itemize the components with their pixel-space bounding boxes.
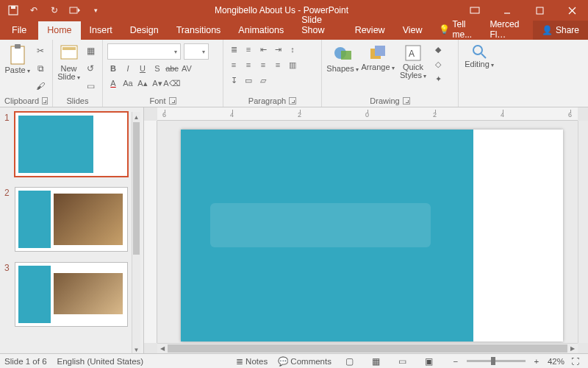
zoom-value[interactable]: 42% bbox=[548, 357, 564, 366]
shape-effects-icon[interactable]: ✦ bbox=[432, 73, 444, 85]
clear-format-icon[interactable]: A⌫ bbox=[166, 77, 178, 89]
grow-font-icon[interactable]: A▴ bbox=[137, 77, 148, 89]
horizontal-ruler: 6420246 bbox=[157, 107, 578, 121]
hscroll-thumb[interactable] bbox=[168, 344, 567, 353]
italic-button[interactable]: I bbox=[122, 63, 134, 74]
thumbnail-2[interactable]: 2 bbox=[4, 187, 130, 252]
justify-icon[interactable]: ≡ bbox=[272, 59, 284, 71]
font-family-combo[interactable]: ▾ bbox=[107, 43, 181, 60]
change-case-icon[interactable]: Aa bbox=[122, 77, 134, 89]
bold-button[interactable]: B bbox=[107, 63, 119, 74]
columns-icon[interactable]: ▥ bbox=[287, 59, 298, 71]
tab-slideshow[interactable]: Slide Show bbox=[293, 11, 345, 40]
align-text-icon[interactable]: ▭ bbox=[243, 74, 254, 86]
language-status[interactable]: English (United States) bbox=[57, 357, 144, 366]
undo-icon[interactable]: ↶ bbox=[25, 2, 43, 18]
slide-editor: 6420246 ◀ ▶ bbox=[144, 107, 588, 353]
paste-button[interactable]: Paste bbox=[4, 43, 30, 75]
layout-icon[interactable]: ▦ bbox=[83, 43, 98, 58]
minimize-icon[interactable] bbox=[491, 0, 523, 21]
thumb-num: 3 bbox=[4, 262, 15, 327]
scroll-thumb[interactable] bbox=[133, 122, 140, 255]
thumbnail-3[interactable]: 3 bbox=[4, 262, 130, 327]
share-icon: 👤 bbox=[542, 25, 553, 35]
tab-design[interactable]: Design bbox=[121, 21, 168, 40]
increase-indent-icon[interactable]: ⇥ bbox=[272, 43, 284, 55]
zoom-in-icon[interactable]: + bbox=[528, 355, 545, 367]
tab-file[interactable]: File bbox=[0, 21, 38, 40]
svg-point-18 bbox=[473, 46, 482, 54]
start-from-beginning-icon[interactable] bbox=[66, 2, 84, 18]
thumbnail-1[interactable]: 1 bbox=[4, 112, 130, 177]
clipboard-dialog-launcher[interactable] bbox=[42, 97, 48, 105]
shapes-button[interactable]: Shapes bbox=[326, 43, 359, 74]
section-icon[interactable]: ▭ bbox=[83, 79, 98, 93]
close-icon[interactable] bbox=[556, 0, 588, 21]
qat-customize-icon[interactable]: ▾ bbox=[87, 2, 104, 18]
normal-view-icon[interactable]: ▢ bbox=[342, 355, 358, 367]
arrange-button[interactable]: Arrange bbox=[362, 43, 394, 72]
slide-counter[interactable]: Slide 1 of 6 bbox=[4, 357, 47, 366]
sorter-view-icon[interactable]: ▦ bbox=[368, 355, 384, 367]
fit-to-window-icon[interactable]: ⛶ bbox=[567, 355, 584, 367]
slideshow-view-icon[interactable]: ▣ bbox=[421, 355, 437, 367]
align-left-icon[interactable]: ≡ bbox=[228, 59, 240, 71]
scroll-down-icon[interactable]: ▼ bbox=[132, 344, 140, 353]
drawing-dialog-launcher[interactable] bbox=[403, 97, 410, 105]
slide-canvas[interactable] bbox=[157, 121, 578, 343]
char-spacing-icon[interactable]: AV bbox=[181, 63, 193, 74]
line-spacing-icon[interactable]: ↕ bbox=[287, 43, 298, 55]
shadow-button[interactable]: S bbox=[151, 63, 163, 74]
strike-button[interactable]: abc bbox=[166, 63, 178, 74]
tab-animations[interactable]: Animations bbox=[229, 21, 293, 40]
text-direction-icon[interactable]: ↧ bbox=[228, 74, 240, 86]
tab-review[interactable]: Review bbox=[346, 21, 394, 40]
tell-me[interactable]: 💡Tell me... bbox=[431, 19, 484, 40]
scroll-right-icon[interactable]: ▶ bbox=[567, 344, 578, 354]
redo-icon[interactable]: ↻ bbox=[46, 2, 63, 18]
maximize-icon[interactable] bbox=[523, 0, 556, 21]
svg-rect-11 bbox=[62, 47, 76, 50]
shrink-font-icon[interactable]: A▾ bbox=[151, 77, 163, 89]
zoom-out-icon[interactable]: − bbox=[448, 355, 464, 367]
tab-view[interactable]: View bbox=[394, 21, 431, 40]
ribbon-display-icon[interactable] bbox=[459, 0, 491, 21]
numbering-icon[interactable]: ≡ bbox=[243, 43, 254, 55]
quick-styles-button[interactable]: A Quick Styles bbox=[397, 43, 429, 80]
scroll-up-icon[interactable]: ▲ bbox=[132, 112, 140, 122]
tab-insert[interactable]: Insert bbox=[81, 21, 121, 40]
cut-icon[interactable]: ✂ bbox=[33, 43, 48, 58]
shape-fill-icon[interactable]: ◆ bbox=[432, 43, 444, 55]
user-name[interactable]: Merced Fl… bbox=[484, 19, 533, 40]
notes-button[interactable]: ≣ Notes bbox=[236, 356, 268, 367]
thumb-scrollbar[interactable]: ▲ ▼ bbox=[132, 112, 140, 353]
share-button[interactable]: 👤Share bbox=[533, 21, 588, 40]
paragraph-dialog-launcher[interactable] bbox=[289, 97, 296, 105]
shape-outline-icon[interactable]: ◇ bbox=[432, 58, 444, 70]
font-size-combo[interactable]: ▾ bbox=[184, 43, 209, 60]
vertical-scrollbar[interactable] bbox=[578, 121, 588, 343]
font-color-icon[interactable]: A bbox=[107, 77, 119, 89]
underline-button[interactable]: U bbox=[137, 63, 148, 74]
decrease-indent-icon[interactable]: ⇤ bbox=[257, 43, 269, 55]
horizontal-scrollbar[interactable]: ◀ ▶ bbox=[157, 343, 578, 353]
scroll-left-icon[interactable]: ◀ bbox=[157, 344, 168, 354]
copy-icon[interactable]: ⧉ bbox=[33, 61, 48, 76]
save-icon[interactable] bbox=[4, 2, 22, 18]
bullets-icon[interactable]: ≣ bbox=[228, 43, 240, 55]
editing-button[interactable]: Editing bbox=[463, 43, 495, 69]
tab-transitions[interactable]: Transitions bbox=[168, 21, 230, 40]
window-buttons bbox=[459, 0, 588, 21]
reset-icon[interactable]: ↺ bbox=[83, 61, 98, 76]
new-slide-button[interactable]: New Slide bbox=[57, 43, 80, 82]
current-slide[interactable] bbox=[181, 130, 563, 342]
align-center-icon[interactable]: ≡ bbox=[243, 59, 254, 71]
comments-button[interactable]: 💬 Comments bbox=[278, 356, 331, 367]
align-right-icon[interactable]: ≡ bbox=[257, 59, 269, 71]
format-painter-icon[interactable]: 🖌 bbox=[33, 79, 48, 93]
font-dialog-launcher[interactable] bbox=[169, 97, 176, 105]
reading-view-icon[interactable]: ▭ bbox=[395, 355, 411, 367]
zoom-slider[interactable] bbox=[467, 360, 526, 362]
tab-home[interactable]: Home bbox=[38, 21, 80, 40]
smartart-icon[interactable]: ▱ bbox=[257, 74, 269, 86]
